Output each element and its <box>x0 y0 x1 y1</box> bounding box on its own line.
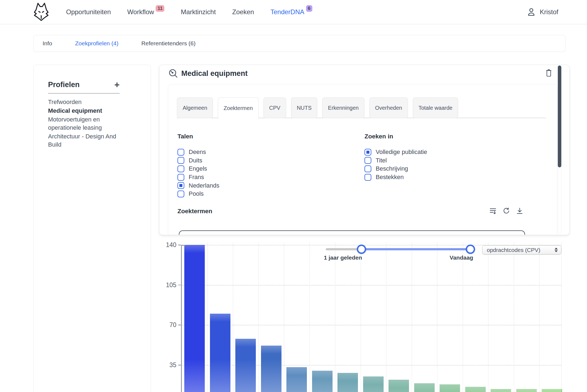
gridline-v <box>361 242 361 392</box>
profile-tab-overheden[interactable]: Overheden <box>369 97 408 118</box>
profile-tab-totale-waarde[interactable]: Totale waarde <box>413 97 458 118</box>
zoektermen-heading: Zoektermen <box>177 208 212 215</box>
delete-profile-button[interactable] <box>545 69 553 78</box>
checkbox-label: Beschrijving <box>376 165 408 172</box>
user-name: Kristof <box>540 8 558 16</box>
trash-icon <box>545 69 553 77</box>
playlist-add-icon[interactable] <box>489 207 497 215</box>
tab-zoekprofielen-4[interactable]: Zoekprofielen (4) <box>75 40 118 47</box>
page-tabs: InfoZoekprofielen (4)Referentietenders (… <box>33 35 565 52</box>
zoektermen-input[interactable] <box>179 230 525 235</box>
checkbox-nederlands[interactable] <box>177 182 184 189</box>
checkbox-bestekken[interactable] <box>364 174 371 181</box>
checkbox-pools[interactable] <box>177 191 184 197</box>
top-nav-bar: OpportuniteitenWorkflow11MarktinzichtZoe… <box>0 0 587 24</box>
bar <box>414 383 435 392</box>
nav-item-workflow[interactable]: Workflow11 <box>127 8 164 16</box>
talen-group: TalenDeensDuitsEngelsFransNederlandsPool… <box>177 133 220 198</box>
gridline-v <box>514 242 514 392</box>
checkbox-row: Frans <box>177 173 220 182</box>
wolf-logo[interactable] <box>32 2 50 22</box>
gridline-v <box>259 242 259 392</box>
gridline-v <box>488 242 488 392</box>
profile-tabs: AlgemeenZoektermenCPVNUTSErkenningenOver… <box>177 97 458 119</box>
profile-tab-cpv[interactable]: CPV <box>263 97 286 118</box>
checkbox-row: Deens <box>177 148 220 156</box>
checkbox-frans[interactable] <box>177 174 184 181</box>
sidebar-item-medical-equipment[interactable]: Medical equipment <box>48 107 123 115</box>
checkbox-row: Nederlands <box>177 181 220 190</box>
chart-metric-select-value: opdrachtcodes (CPV) <box>487 247 540 253</box>
sidebar-item-trefwoorden[interactable]: Trefwoorden <box>48 98 123 106</box>
checkbox-label: Titel <box>376 157 387 164</box>
checkbox-beschrijving[interactable] <box>364 165 371 172</box>
tab-info[interactable]: Info <box>43 40 52 47</box>
bar <box>286 367 307 392</box>
slider-handle-end[interactable] <box>466 245 475 254</box>
main-nav: OpportuniteitenWorkflow11MarktinzichtZoe… <box>66 0 312 24</box>
checkbox-row: Engels <box>177 165 220 173</box>
search-profile-icon <box>168 69 178 79</box>
gridline-v <box>335 242 335 392</box>
profile-tab-card: AlgemeenZoektermenCPVNUTSErkenningenOver… <box>168 84 557 235</box>
user-menu[interactable]: Kristof <box>527 0 558 24</box>
bar <box>261 346 281 392</box>
y-axis <box>181 245 182 392</box>
refresh-icon[interactable] <box>503 207 510 215</box>
profile-detail-panel: Medical equipment AlgemeenZoektermenCPVN… <box>159 65 570 235</box>
nav-item-zoeken[interactable]: Zoeken <box>232 8 254 16</box>
nav-item-label: Marktinzicht <box>181 8 216 16</box>
tab-referentietenders-6[interactable]: Referentietenders (6) <box>141 40 195 47</box>
nav-item-opportuniteiten[interactable]: Opportuniteiten <box>66 8 111 16</box>
gridline-v <box>386 242 386 392</box>
y-tick <box>178 285 181 286</box>
y-tick <box>178 245 181 245</box>
checkbox-duits[interactable] <box>177 157 184 164</box>
profile-tab-zoektermen[interactable]: Zoektermen <box>218 97 259 119</box>
bar <box>363 376 384 392</box>
profile-tab-nuts[interactable]: NUTS <box>291 97 317 118</box>
user-icon <box>527 7 536 17</box>
checkbox-label: Volledige publicatie <box>376 149 427 156</box>
bar <box>235 339 256 392</box>
sidebar-item-architectuur-design-and-build[interactable]: Architectuur - Design And Build <box>48 132 123 149</box>
bar <box>312 371 333 392</box>
group-heading: Zoeken in <box>364 133 427 140</box>
sidebar-item-motorvoertuigen-en-operationele-leasing[interactable]: Motorvoertuigen en operationele leasing <box>48 115 123 132</box>
checkbox-label: Engels <box>189 165 207 172</box>
nav-item-label: Opportuniteiten <box>66 8 111 16</box>
nav-item-label: Zoeken <box>232 8 254 16</box>
profile-tab-algemeen[interactable]: Algemeen <box>177 97 213 118</box>
add-profile-button[interactable]: + <box>114 80 120 89</box>
checkbox-row: Duits <box>177 156 220 165</box>
checkbox-label: Pools <box>189 190 204 197</box>
checkbox-volledige-publicatie[interactable] <box>364 149 371 156</box>
profile-tab-erkenningen[interactable]: Erkenningen <box>322 97 364 118</box>
zoeken-in-group: Zoeken inVolledige publicatieTitelBeschr… <box>364 133 427 181</box>
nav-item-tenderdna[interactable]: TenderDNA6 <box>270 8 312 16</box>
y-tick-label: 140 <box>160 241 176 249</box>
checkbox-deens[interactable] <box>177 149 184 156</box>
bar <box>542 389 562 392</box>
profiles-sidebar: Profielen + TrefwoordenMedical equipment… <box>33 65 151 392</box>
checkbox-titel[interactable] <box>364 157 371 164</box>
nav-item-marktinzicht[interactable]: Marktinzicht <box>181 8 216 16</box>
bar <box>337 373 358 392</box>
chart-metric-select[interactable]: opdrachtcodes (CPV) <box>482 245 561 254</box>
bar <box>210 314 230 392</box>
download-icon[interactable] <box>516 207 523 215</box>
checkbox-row: Beschrijving <box>364 165 427 173</box>
divider <box>48 93 120 94</box>
panel-scrollbar-thumb[interactable] <box>558 66 561 167</box>
y-tick <box>178 325 181 325</box>
group-heading: Talen <box>177 133 220 140</box>
zoektermen-toolbar <box>489 207 523 215</box>
checkbox-engels[interactable] <box>177 165 184 172</box>
bar <box>465 387 486 392</box>
slider-handle-start[interactable] <box>357 245 366 254</box>
checkbox-row: Pools <box>177 190 220 198</box>
gridline-v <box>284 242 284 392</box>
checkbox-row: Volledige publicatie <box>364 148 427 156</box>
bar <box>440 384 460 392</box>
checkbox-label: Frans <box>189 174 204 181</box>
